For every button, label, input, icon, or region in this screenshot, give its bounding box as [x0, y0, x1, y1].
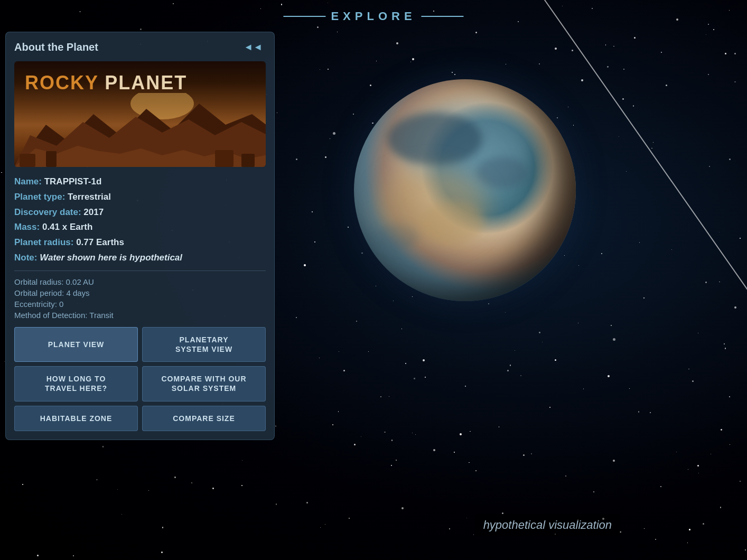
how-long-travel-button[interactable]: HOW LONG TOTRAVEL HERE?	[14, 366, 138, 401]
section-divider	[14, 270, 266, 271]
type-row: Planet type: Terrestrial	[14, 191, 266, 203]
hypothetical-label: hypothetical visualization	[475, 514, 620, 536]
discovery-row: Discovery date: 2017	[14, 206, 266, 219]
discovery-value: 2017	[83, 207, 104, 217]
panel-title: About the Planet	[14, 41, 98, 53]
compare-size-button[interactable]: COMPARE SIZE	[142, 406, 266, 431]
planet-info-section: Name: TRAPPIST-1d Planet type: Terrestri…	[14, 175, 266, 264]
orbital-radius-row: Orbital radius: 0.02 AU	[14, 277, 266, 286]
type-label: Planet type:	[14, 192, 65, 202]
orbital-period-row: Orbital period: 4 days	[14, 288, 266, 297]
info-panel: About the Planet ◄◄ ROCKY PLANET Name:	[5, 32, 275, 440]
planet-sphere	[354, 79, 576, 301]
mass-label: Mass:	[14, 222, 40, 232]
discovery-label: Discovery date:	[14, 207, 81, 217]
rocky-label: ROCKY	[25, 72, 98, 94]
note-value: Water shown here is hypothetical	[40, 253, 182, 263]
svg-rect-4	[20, 154, 35, 167]
note-label: Note:	[14, 253, 37, 263]
compare-solar-button[interactable]: COMPARE WITH OURSOLAR SYSTEM	[142, 366, 266, 401]
detection-row: Method of Detection: Transit	[14, 311, 266, 320]
name-label: Name:	[14, 176, 42, 186]
planet-label: PLANET	[98, 72, 187, 94]
panel-collapse-button[interactable]: ◄◄	[240, 41, 266, 54]
name-row: Name: TRAPPIST-1d	[14, 175, 266, 188]
svg-rect-7	[241, 154, 255, 167]
explore-line-left	[283, 16, 325, 17]
name-value: TRAPPIST-1d	[44, 176, 102, 186]
eccentricity-row: Eccentricity: 0	[14, 300, 266, 309]
planet-container	[338, 63, 592, 317]
orbital-info-section: Orbital radius: 0.02 AU Orbital period: …	[14, 277, 266, 320]
note-row: Note: Water shown here is hypothetical	[14, 251, 266, 264]
mass-value: 0.41 x Earth	[42, 222, 92, 232]
planet-view-button[interactable]: PLANET VIEW	[14, 327, 138, 362]
action-buttons-grid: PLANET VIEW PLANETARYSYSTEM VIEW HOW LON…	[14, 327, 266, 431]
habitable-zone-button[interactable]: HABITABLE ZONE	[14, 406, 138, 431]
svg-rect-5	[46, 151, 57, 167]
explore-header: EXPLORE	[283, 10, 463, 23]
radius-label: Planet radius:	[14, 237, 73, 247]
svg-rect-6	[215, 150, 234, 167]
radius-value: 0.77 Earths	[76, 237, 124, 247]
radius-row: Planet radius: 0.77 Earths	[14, 236, 266, 249]
planet-image-title: ROCKY PLANET	[25, 72, 187, 94]
explore-line-right	[422, 16, 464, 17]
mass-row: Mass: 0.41 x Earth	[14, 221, 266, 234]
panel-header: About the Planet ◄◄	[14, 41, 266, 54]
mountain-scene	[14, 93, 266, 167]
type-value: Terrestrial	[68, 192, 111, 202]
explore-label: EXPLORE	[331, 10, 416, 23]
planetary-system-view-button[interactable]: PLANETARYSYSTEM VIEW	[142, 327, 266, 362]
planet-image-banner: ROCKY PLANET	[14, 61, 266, 167]
